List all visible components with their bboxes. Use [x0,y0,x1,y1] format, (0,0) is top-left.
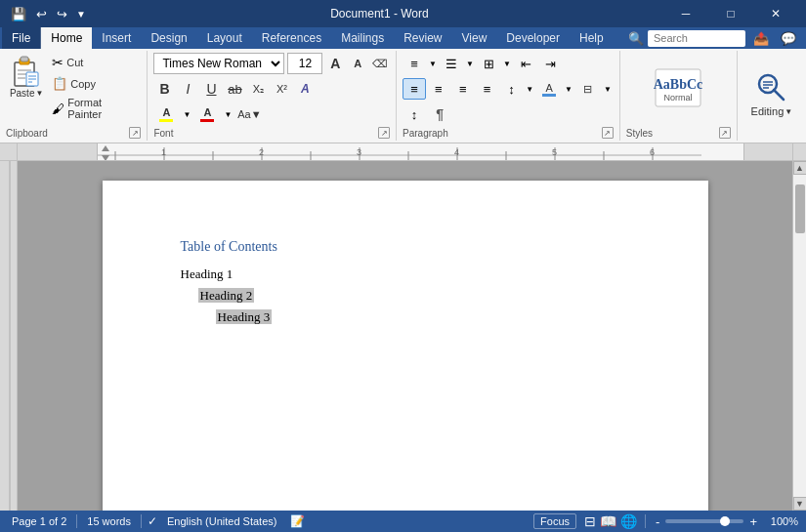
paragraph-dialog-btn[interactable]: ↗ [602,127,614,139]
proofing-icon[interactable]: ✓ [148,514,157,528]
quick-save-icon[interactable]: 💾 [8,5,29,23]
format-painter-button[interactable]: 🖌 Format Painter [49,95,141,122]
quick-redo-icon[interactable]: ↪ [54,5,70,23]
scroll-down-btn[interactable]: ▼ [793,497,807,511]
show-paragraph-button[interactable]: ¶ [428,103,451,125]
styles-dialog-btn[interactable]: ↗ [719,127,731,139]
search-input[interactable] [648,30,745,47]
menu-item-insert[interactable]: Insert [92,27,141,49]
editing-dropdown-icon[interactable]: ▼ [785,107,792,116]
language-indicator[interactable]: English (United States) [163,514,281,528]
track-changes-icon[interactable]: 📝 [290,514,305,528]
shading-dropdown[interactable]: ▼ [563,78,574,100]
text-effects-button[interactable]: A [294,78,316,100]
zoom-in-btn[interactable]: + [747,514,759,529]
menu-item-mailings[interactable]: Mailings [331,27,394,49]
svg-marker-37 [102,145,109,151]
shading-button[interactable]: A [536,78,562,100]
subscript-button[interactable]: X₂ [247,78,269,100]
menu-item-review[interactable]: Review [394,27,451,49]
editing-button[interactable]: Editing ▼ [743,61,801,126]
font-size-input[interactable] [287,53,322,74]
customize-quick-access[interactable]: ▼ [74,7,88,21]
menu-item-layout[interactable]: Layout [197,27,252,49]
menu-item-references[interactable]: References [252,27,331,49]
align-right-button[interactable]: ≡ [451,78,475,100]
page-area[interactable]: Table of Contents Heading 1 Heading 2 He… [18,161,792,511]
borders-button[interactable]: ⊟ [575,78,601,100]
align-left-button[interactable]: ≡ [403,78,426,100]
font-dialog-btn[interactable]: ↗ [378,127,390,139]
text-highlight-btn[interactable]: A [153,103,179,125]
ruler-ticks: 1 2 3 4 5 6 [18,143,792,160]
font-name-select[interactable]: Times New Roman [153,53,284,74]
font-color-dropdown[interactable]: ▼ [222,103,233,125]
menu-item-view[interactable]: View [452,27,497,49]
numbered-list-dropdown[interactable]: ▼ [464,53,476,74]
page-indicator[interactable]: Page 1 of 2 [8,514,70,528]
menu-item-file[interactable]: File [2,27,41,49]
sort-button[interactable]: ↕ [403,103,426,125]
view-normal-icon[interactable]: ⊟ [584,513,596,529]
align-center-button[interactable]: ≡ [427,78,450,100]
quick-undo-icon[interactable]: ↩ [33,5,50,23]
view-read-icon[interactable]: 📖 [600,513,616,529]
scroll-thumb[interactable] [795,184,805,233]
title-minimize-btn[interactable]: ─ [663,0,708,27]
font-size-decrease-btn[interactable]: A [348,53,367,74]
title-close-btn[interactable]: ✕ [753,0,798,27]
paste-dropdown-icon[interactable]: ▼ [35,89,43,98]
justify-button[interactable]: ≡ [476,78,499,100]
borders-dropdown[interactable]: ▼ [602,78,614,100]
zoom-slider[interactable] [665,519,743,523]
multilevel-list-dropdown[interactable]: ▼ [501,53,513,74]
view-web-icon[interactable]: 🌐 [620,513,637,529]
clipboard-group-label: Clipboard [6,128,48,139]
copy-button[interactable]: 📋 Copy [49,74,141,93]
zoom-thumb[interactable] [720,516,730,526]
bullets-button[interactable]: ≡ [403,53,426,74]
share-icon[interactable]: 📤 [749,29,773,48]
line-spacing-dropdown[interactable]: ▼ [524,78,535,100]
increase-indent-button[interactable]: ⇥ [538,53,562,74]
highlight-color-dropdown[interactable]: ▼ [181,103,192,125]
strikethrough-button[interactable]: ab [224,78,245,100]
font-size-increase-btn[interactable]: A [325,53,345,74]
focus-button[interactable]: Focus [533,513,576,529]
scroll-up-btn[interactable]: ▲ [793,161,807,175]
styles-button[interactable]: AaBbCc Normal [646,63,710,112]
cut-button[interactable]: ✂ Cut [49,53,141,72]
word-count[interactable]: 15 words [83,514,135,528]
paste-icon [11,53,42,88]
paste-button[interactable]: Paste ▼ [6,51,47,101]
font-group: Times New Roman A A ⌫ B I U ab X₂ X² [148,51,397,141]
menu-item-home[interactable]: Home [41,27,92,49]
multilevel-list-button[interactable]: ⊞ [477,53,500,74]
underline-button[interactable]: U [200,78,222,100]
bold-button[interactable]: B [153,78,175,100]
toc-title: Table of Contents [181,239,630,255]
comment-icon[interactable]: 💬 [777,29,800,48]
status-separator-2 [141,514,142,528]
menu-item-help[interactable]: Help [570,27,614,49]
paragraph-group: ≡ ▼ ☰ ▼ ⊞ ▼ ⇤ ⇥ ≡ ≡ ≡ ≡ ↕ ▼ A [397,51,620,141]
ribbon: Paste ▼ ✂ Cut 📋 Copy 🖌 Format Painter [0,49,806,143]
bullets-dropdown[interactable]: ▼ [427,53,439,74]
vertical-ruler-ticks [0,161,18,511]
change-case-btn[interactable]: Aa▼ [235,103,263,125]
zoom-out-btn[interactable]: - [654,514,661,529]
italic-button[interactable]: I [177,78,198,100]
zoom-level[interactable]: 100% [763,515,798,527]
superscript-button[interactable]: X² [271,78,292,100]
clipboard-dialog-btn[interactable]: ↗ [129,127,141,139]
title-maximize-btn[interactable]: □ [708,0,753,27]
vertical-scrollbar[interactable]: ▲ ▼ [792,161,806,511]
menu-item-design[interactable]: Design [141,27,196,49]
font-color-btn[interactable]: A [194,103,220,125]
clear-formatting-btn[interactable]: ⌫ [370,53,390,74]
decrease-indent-button[interactable]: ⇤ [514,53,537,74]
menu-item-developer[interactable]: Developer [496,27,570,49]
line-spacing-button[interactable]: ↕ [499,78,523,100]
editor-area: Table of Contents Heading 1 Heading 2 He… [0,161,806,511]
numbered-list-button[interactable]: ☰ [440,53,463,74]
